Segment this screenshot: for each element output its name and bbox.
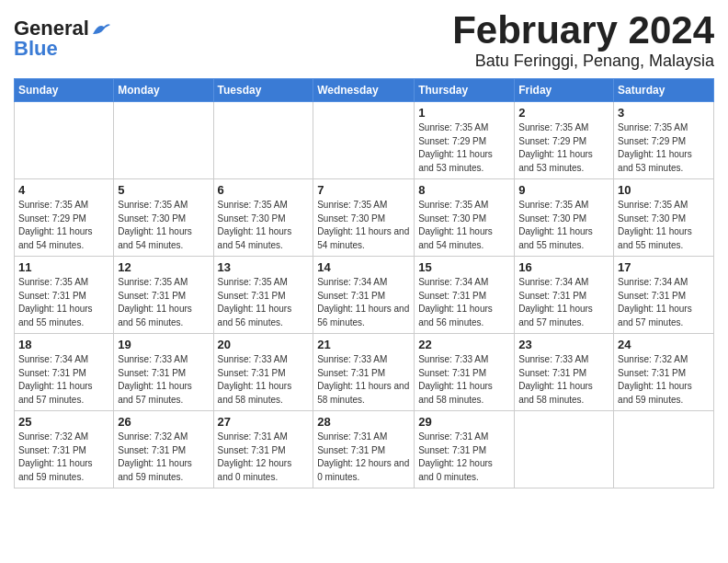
calendar-body: 1Sunrise: 7:35 AM Sunset: 7:29 PM Daylig… [15, 102, 714, 488]
calendar-cell: 23Sunrise: 7:33 AM Sunset: 7:31 PM Dayli… [515, 334, 614, 411]
day-number: 12 [118, 260, 209, 274]
day-info: Sunrise: 7:35 AM Sunset: 7:29 PM Dayligh… [618, 121, 710, 175]
day-info: Sunrise: 7:33 AM Sunset: 7:31 PM Dayligh… [317, 353, 410, 407]
calendar-cell: 13Sunrise: 7:35 AM Sunset: 7:31 PM Dayli… [213, 257, 313, 334]
calendar-cell: 12Sunrise: 7:35 AM Sunset: 7:31 PM Dayli… [114, 257, 213, 334]
calendar-cell: 2Sunrise: 7:35 AM Sunset: 7:29 PM Daylig… [515, 102, 614, 179]
calendar-cell: 20Sunrise: 7:33 AM Sunset: 7:31 PM Dayli… [213, 334, 313, 411]
day-info: Sunrise: 7:32 AM Sunset: 7:31 PM Dayligh… [118, 431, 209, 484]
day-info: Sunrise: 7:31 AM Sunset: 7:31 PM Dayligh… [317, 431, 410, 484]
day-info: Sunrise: 7:35 AM Sunset: 7:30 PM Dayligh… [618, 199, 710, 252]
logo-bird-icon [91, 21, 111, 36]
calendar-table: SundayMondayTuesdayWednesdayThursdayFrid… [14, 78, 714, 488]
calendar-cell: 3Sunrise: 7:35 AM Sunset: 7:29 PM Daylig… [614, 102, 714, 179]
day-number: 14 [317, 260, 410, 274]
day-info: Sunrise: 7:34 AM Sunset: 7:31 PM Dayligh… [418, 276, 510, 329]
day-info: Sunrise: 7:35 AM Sunset: 7:30 PM Dayligh… [518, 199, 609, 252]
day-number: 20 [218, 338, 310, 351]
calendar-cell: 27Sunrise: 7:31 AM Sunset: 7:31 PM Dayli… [213, 411, 313, 488]
calendar-week-2: 4Sunrise: 7:35 AM Sunset: 7:29 PM Daylig… [15, 179, 714, 257]
header-day-tuesday: Tuesday [213, 79, 313, 102]
day-number: 10 [618, 183, 710, 197]
day-number: 9 [518, 183, 609, 197]
day-number: 21 [317, 338, 410, 351]
day-info: Sunrise: 7:35 AM Sunset: 7:30 PM Dayligh… [118, 199, 209, 252]
day-number: 29 [418, 415, 510, 429]
calendar-cell: 5Sunrise: 7:35 AM Sunset: 7:30 PM Daylig… [114, 179, 213, 257]
header-day-thursday: Thursday [415, 79, 515, 102]
calendar-week-3: 11Sunrise: 7:35 AM Sunset: 7:31 PM Dayli… [15, 257, 714, 334]
day-info: Sunrise: 7:35 AM Sunset: 7:29 PM Dayligh… [18, 199, 109, 252]
header-day-friday: Friday [515, 79, 614, 102]
day-info: Sunrise: 7:35 AM Sunset: 7:30 PM Dayligh… [418, 199, 510, 252]
header-day-monday: Monday [114, 79, 213, 102]
calendar-cell: 19Sunrise: 7:33 AM Sunset: 7:31 PM Dayli… [114, 334, 213, 411]
calendar-cell [313, 102, 415, 179]
day-number: 15 [418, 260, 510, 274]
day-info: Sunrise: 7:33 AM Sunset: 7:31 PM Dayligh… [518, 353, 609, 407]
header-day-sunday: Sunday [15, 79, 114, 102]
day-info: Sunrise: 7:34 AM Sunset: 7:31 PM Dayligh… [518, 276, 609, 329]
calendar-cell: 17Sunrise: 7:34 AM Sunset: 7:31 PM Dayli… [614, 257, 714, 334]
day-number: 8 [418, 183, 510, 197]
calendar-cell: 29Sunrise: 7:31 AM Sunset: 7:31 PM Dayli… [415, 411, 515, 488]
calendar-cell [114, 102, 213, 179]
day-info: Sunrise: 7:34 AM Sunset: 7:31 PM Dayligh… [618, 276, 710, 329]
calendar-week-1: 1Sunrise: 7:35 AM Sunset: 7:29 PM Daylig… [15, 102, 714, 179]
day-number: 18 [18, 338, 109, 351]
calendar-cell: 16Sunrise: 7:34 AM Sunset: 7:31 PM Dayli… [515, 257, 614, 334]
calendar-cell: 28Sunrise: 7:31 AM Sunset: 7:31 PM Dayli… [313, 411, 415, 488]
header-day-wednesday: Wednesday [313, 79, 415, 102]
calendar-cell: 26Sunrise: 7:32 AM Sunset: 7:31 PM Dayli… [114, 411, 213, 488]
day-info: Sunrise: 7:34 AM Sunset: 7:31 PM Dayligh… [18, 353, 109, 407]
day-number: 24 [618, 338, 710, 351]
day-info: Sunrise: 7:33 AM Sunset: 7:31 PM Dayligh… [418, 353, 510, 407]
calendar-cell [614, 411, 714, 488]
day-info: Sunrise: 7:35 AM Sunset: 7:30 PM Dayligh… [317, 199, 410, 252]
calendar-cell: 8Sunrise: 7:35 AM Sunset: 7:30 PM Daylig… [415, 179, 515, 257]
page-header: General Blue February 2024 Batu Feringgi… [14, 9, 714, 71]
calendar-cell [213, 102, 313, 179]
day-number: 25 [18, 415, 109, 429]
calendar-cell: 11Sunrise: 7:35 AM Sunset: 7:31 PM Dayli… [15, 257, 114, 334]
day-number: 11 [18, 260, 109, 274]
calendar-week-4: 18Sunrise: 7:34 AM Sunset: 7:31 PM Dayli… [15, 334, 714, 411]
day-number: 22 [418, 338, 510, 351]
day-info: Sunrise: 7:32 AM Sunset: 7:31 PM Dayligh… [18, 431, 109, 484]
day-info: Sunrise: 7:34 AM Sunset: 7:31 PM Dayligh… [317, 276, 410, 329]
calendar-cell: 7Sunrise: 7:35 AM Sunset: 7:30 PM Daylig… [313, 179, 415, 257]
calendar-week-5: 25Sunrise: 7:32 AM Sunset: 7:31 PM Dayli… [15, 411, 714, 488]
day-number: 16 [518, 260, 609, 274]
day-number: 17 [618, 260, 710, 274]
day-number: 26 [118, 415, 209, 429]
calendar-cell: 24Sunrise: 7:32 AM Sunset: 7:31 PM Dayli… [614, 334, 714, 411]
day-number: 3 [618, 106, 710, 120]
title-block: February 2024 Batu Feringgi, Penang, Mal… [452, 9, 714, 71]
day-number: 7 [317, 183, 410, 197]
calendar-cell: 21Sunrise: 7:33 AM Sunset: 7:31 PM Dayli… [313, 334, 415, 411]
day-info: Sunrise: 7:35 AM Sunset: 7:31 PM Dayligh… [218, 276, 310, 329]
calendar-cell: 25Sunrise: 7:32 AM Sunset: 7:31 PM Dayli… [15, 411, 114, 488]
day-number: 6 [218, 183, 310, 197]
day-number: 23 [518, 338, 609, 351]
calendar-title: February 2024 [452, 9, 714, 52]
calendar-cell: 15Sunrise: 7:34 AM Sunset: 7:31 PM Dayli… [415, 257, 515, 334]
day-number: 1 [418, 106, 510, 120]
calendar-cell [15, 102, 114, 179]
calendar-cell: 1Sunrise: 7:35 AM Sunset: 7:29 PM Daylig… [415, 102, 515, 179]
day-info: Sunrise: 7:35 AM Sunset: 7:29 PM Dayligh… [518, 121, 609, 175]
calendar-cell: 9Sunrise: 7:35 AM Sunset: 7:30 PM Daylig… [515, 179, 614, 257]
calendar-subtitle: Batu Feringgi, Penang, Malaysia [452, 52, 714, 71]
day-info: Sunrise: 7:35 AM Sunset: 7:31 PM Dayligh… [118, 276, 209, 329]
day-info: Sunrise: 7:31 AM Sunset: 7:31 PM Dayligh… [418, 431, 510, 484]
calendar-cell: 10Sunrise: 7:35 AM Sunset: 7:30 PM Dayli… [614, 179, 714, 257]
day-number: 2 [518, 106, 609, 120]
day-info: Sunrise: 7:32 AM Sunset: 7:31 PM Dayligh… [618, 353, 710, 407]
calendar-cell: 4Sunrise: 7:35 AM Sunset: 7:29 PM Daylig… [15, 179, 114, 257]
day-info: Sunrise: 7:33 AM Sunset: 7:31 PM Dayligh… [118, 353, 209, 407]
calendar-cell: 14Sunrise: 7:34 AM Sunset: 7:31 PM Dayli… [313, 257, 415, 334]
day-info: Sunrise: 7:35 AM Sunset: 7:30 PM Dayligh… [218, 199, 310, 252]
calendar-cell: 18Sunrise: 7:34 AM Sunset: 7:31 PM Dayli… [15, 334, 114, 411]
calendar-header-row: SundayMondayTuesdayWednesdayThursdayFrid… [15, 79, 714, 102]
calendar-cell: 22Sunrise: 7:33 AM Sunset: 7:31 PM Dayli… [415, 334, 515, 411]
